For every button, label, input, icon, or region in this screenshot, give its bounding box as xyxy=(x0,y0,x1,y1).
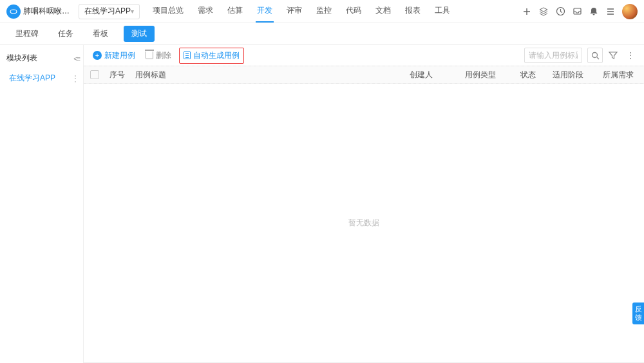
nav-estimate[interactable]: 估算 xyxy=(226,0,244,23)
sidebar-title: 模块列表 xyxy=(6,53,37,64)
search-input[interactable] xyxy=(524,48,582,63)
nav-develop[interactable]: 开发 xyxy=(256,0,274,23)
subnav-board[interactable]: 看板 xyxy=(89,26,112,42)
sidebar-item-label: 在线学习APP xyxy=(9,73,55,84)
svg-point-0 xyxy=(10,10,17,14)
sub-nav: 里程碑 任务 看板 测试 xyxy=(0,23,644,45)
search-icon xyxy=(591,51,600,60)
col-seq[interactable]: 序号 xyxy=(106,70,131,80)
nav-reports[interactable]: 报表 xyxy=(404,0,422,23)
select-all-checkbox[interactable] xyxy=(90,70,99,79)
auto-generate-label: 自动生成用例 xyxy=(193,50,240,61)
trash-icon xyxy=(146,51,153,59)
top-bar: 肺咽科咽喉的团队… 在线学习APP ▾ 项目总览 需求 估算 开发 评审 监控 … xyxy=(0,0,644,23)
plus-circle-icon: + xyxy=(93,51,102,60)
menu-icon[interactable] xyxy=(605,6,616,17)
nav-tools[interactable]: 工具 xyxy=(433,0,451,23)
nav-monitor[interactable]: 监控 xyxy=(315,0,333,23)
document-icon xyxy=(184,51,191,59)
clock-icon[interactable] xyxy=(555,6,565,17)
col-stage[interactable]: 适用阶段 xyxy=(549,70,599,80)
nav-review[interactable]: 评审 xyxy=(285,0,303,23)
nav-overview[interactable]: 项目总览 xyxy=(151,0,185,23)
filter-button[interactable] xyxy=(608,51,618,60)
nav-code[interactable]: 代码 xyxy=(345,0,363,23)
case-toolbar: + 新建用例 删除 自动生成用例 ⋮ xyxy=(84,45,644,66)
nav-docs[interactable]: 文档 xyxy=(374,0,392,23)
team-selector[interactable]: 肺咽科咽喉的团队… xyxy=(23,6,75,17)
bell-icon[interactable] xyxy=(589,6,599,17)
funnel-icon xyxy=(609,51,618,60)
main-nav: 项目总览 需求 估算 开发 评审 监控 代码 文档 报表 工具 xyxy=(151,0,451,23)
delete-label: 删除 xyxy=(156,50,171,61)
layers-icon[interactable] xyxy=(538,6,549,17)
inbox-icon[interactable] xyxy=(572,6,582,17)
delete-button[interactable]: 删除 xyxy=(143,49,174,62)
search-button[interactable] xyxy=(587,48,603,63)
sidebar: 模块列表 <≡ 在线学习APP ⋮ xyxy=(0,45,84,363)
content-body: 模块列表 <≡ 在线学习APP ⋮ + 新建用例 删除 自动生成用例 xyxy=(0,45,644,363)
app-logo-icon xyxy=(6,5,21,19)
main-panel: + 新建用例 删除 自动生成用例 ⋮ 序号 xyxy=(84,45,644,363)
table-body-empty: 暂无数据 xyxy=(84,84,644,362)
empty-state-label: 暂无数据 xyxy=(348,218,379,228)
chevron-down-icon: ▾ xyxy=(131,8,134,15)
auto-generate-button[interactable]: 自动生成用例 xyxy=(179,48,244,64)
nav-requirements[interactable]: 需求 xyxy=(196,0,214,23)
feedback-tab[interactable]: 反馈 xyxy=(632,302,644,324)
new-case-button[interactable]: + 新建用例 xyxy=(90,49,138,62)
col-type[interactable]: 用例类型 xyxy=(461,70,516,80)
svg-point-3 xyxy=(592,52,597,57)
project-selector[interactable]: 在线学习APP ▾ xyxy=(79,4,140,19)
project-selector-label: 在线学习APP xyxy=(84,6,131,17)
more-actions-icon[interactable]: ⋮ xyxy=(623,50,638,60)
plus-icon[interactable] xyxy=(522,6,532,17)
collapse-icon[interactable]: <≡ xyxy=(73,55,79,62)
subnav-task[interactable]: 任务 xyxy=(54,26,77,42)
table-header: 序号 用例标题 创建人 用例类型 状态 适用阶段 所属需求 xyxy=(84,66,644,84)
user-avatar[interactable] xyxy=(622,4,638,19)
new-case-label: 新建用例 xyxy=(104,50,135,61)
col-creator[interactable]: 创建人 xyxy=(406,70,461,80)
more-icon[interactable]: ⋮ xyxy=(71,74,79,83)
subnav-milestone[interactable]: 里程碑 xyxy=(12,26,43,42)
col-req[interactable]: 所属需求 xyxy=(599,70,644,80)
sidebar-item-app[interactable]: 在线学习APP ⋮ xyxy=(6,70,83,86)
col-title[interactable]: 用例标题 xyxy=(131,70,406,80)
top-right-actions xyxy=(522,4,638,19)
subnav-test[interactable]: 测试 xyxy=(124,26,155,42)
col-status[interactable]: 状态 xyxy=(516,70,549,80)
